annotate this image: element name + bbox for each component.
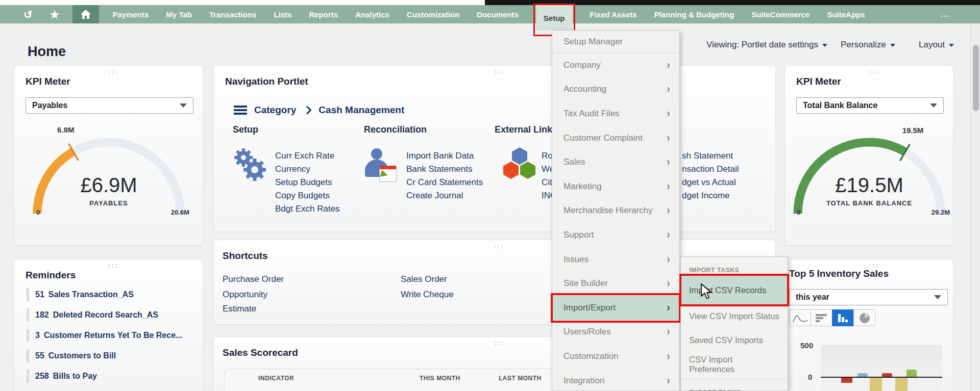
kpi-selector[interactable]: Payables bbox=[26, 97, 193, 114]
nav-tab-setup[interactable]: Setup bbox=[536, 5, 573, 31]
pie-chart-button[interactable] bbox=[853, 309, 875, 326]
reminder-marker bbox=[27, 349, 29, 362]
menu-item-support[interactable]: Support bbox=[552, 223, 679, 247]
nav-tab-customization[interactable]: Customization bbox=[407, 10, 459, 19]
submenu-item-import-csv-records-highlighted[interactable]: Import CSV Records bbox=[681, 276, 788, 304]
nav-link-partially-hidden[interactable]: sh Statement bbox=[682, 151, 733, 161]
reminder-item[interactable]: 182Deleted Record Search_AS bbox=[27, 308, 158, 322]
drag-handle-icon[interactable] bbox=[495, 245, 496, 246]
vertical-bar-chart-button-selected[interactable] bbox=[832, 309, 854, 326]
nav-tab-documents[interactable]: Documents bbox=[477, 10, 519, 19]
bar-segment bbox=[857, 373, 868, 377]
horizontal-bar-chart-button[interactable] bbox=[811, 309, 832, 326]
shortcut-link[interactable]: Sales Order bbox=[401, 274, 447, 284]
portlet-title: Reminders bbox=[26, 270, 76, 281]
nav-overflow-ellipsis[interactable]: ... bbox=[941, 10, 950, 19]
nav-tab-suiteapps[interactable]: SuiteApps bbox=[827, 10, 865, 19]
nav-tab-analytics[interactable]: Analytics bbox=[355, 10, 389, 19]
chevron-down-icon bbox=[890, 44, 895, 47]
menu-item-issues[interactable]: Issues bbox=[552, 247, 679, 272]
nav-tab-planning-budgeting[interactable]: Planning & Budgeting bbox=[654, 10, 734, 19]
reminder-label: Customers to Bill bbox=[48, 351, 116, 360]
recent-records-icon[interactable]: ↺ bbox=[23, 9, 33, 20]
menu-item-accounting[interactable]: Accounting bbox=[552, 77, 679, 102]
breadcrumb-root[interactable]: Category bbox=[254, 105, 296, 116]
menu-item-company[interactable]: Company bbox=[552, 53, 679, 77]
nav-link[interactable]: Bdgt Exch Rates bbox=[275, 204, 340, 214]
nav-tab-lists[interactable]: Lists bbox=[274, 10, 291, 19]
menu-item-customization[interactable]: Customization bbox=[552, 344, 679, 369]
menu-item-site-builder[interactable]: Site Builder bbox=[552, 271, 679, 296]
vertical-scrollbar-thumb[interactable] bbox=[973, 45, 979, 111]
reminder-item[interactable]: 258Bills to Pay bbox=[27, 370, 97, 383]
nav-link[interactable]: Curr Exch Rate bbox=[275, 151, 334, 161]
nav-tab-transactions[interactable]: Transactions bbox=[209, 10, 257, 19]
nav-link[interactable]: Import Bank Data bbox=[406, 151, 474, 161]
layout-dropdown[interactable]: Layout bbox=[919, 40, 954, 50]
menu-item-marketing[interactable]: Marketing bbox=[552, 174, 679, 199]
chevron-down-icon bbox=[930, 103, 937, 108]
reminder-item[interactable]: 51Sales Transaction_AS bbox=[27, 288, 134, 301]
drag-handle-icon[interactable] bbox=[869, 264, 870, 265]
nav-tab-suitecommerce[interactable]: SuiteCommerce bbox=[751, 10, 810, 19]
shortcut-link[interactable]: Opportunity bbox=[223, 290, 267, 300]
gauge-center-label: PAYABLES bbox=[32, 199, 185, 207]
shortcut-link[interactable]: Write Cheque bbox=[401, 290, 454, 300]
nav-link[interactable]: Setup Budgets bbox=[275, 177, 332, 188]
menu-item-customer-complaint[interactable]: Customer Complaint bbox=[552, 126, 679, 150]
nav-link[interactable]: Copy Budgets bbox=[275, 191, 330, 201]
submenu-item-csv-import-preferences[interactable]: CSV Import Preferences bbox=[681, 352, 788, 376]
top5-inventory-sales-portlet: Top 5 Inventory Sales this year 500 0 bbox=[785, 259, 953, 391]
submenu-item-view-csv-import-status[interactable]: View CSV Import Status bbox=[681, 304, 788, 328]
drag-handle-icon[interactable] bbox=[495, 70, 496, 71]
nav-link-partially-hidden[interactable]: nsaction Detail bbox=[682, 164, 739, 174]
shortcuts-star-icon[interactable]: ★ bbox=[50, 9, 60, 20]
nav-link[interactable]: Currency bbox=[275, 164, 310, 174]
drag-handle-icon[interactable] bbox=[495, 342, 496, 343]
chevron-down-icon bbox=[949, 44, 954, 47]
hamburger-menu-icon[interactable] bbox=[234, 106, 247, 115]
home-tab[interactable] bbox=[72, 5, 99, 23]
shortcut-link[interactable]: Estimate bbox=[223, 304, 256, 314]
viewing-dropdown[interactable]: Viewing: Portlet date settings bbox=[706, 40, 827, 50]
menu-item-label: Accounting bbox=[564, 84, 606, 94]
menu-item-setup-manager[interactable]: Setup Manager bbox=[552, 31, 679, 53]
nav-tab-fixed-assets[interactable]: Fixed Assets bbox=[590, 10, 637, 19]
nav-tab-my-tab[interactable]: My Tab bbox=[166, 10, 192, 19]
nav-link[interactable]: Create Journal bbox=[406, 191, 463, 201]
kpi-selector-value: Payables bbox=[32, 101, 67, 110]
hexagon-cluster-icon bbox=[503, 147, 536, 181]
reminder-marker bbox=[27, 288, 29, 301]
shortcut-link[interactable]: Purchase Order bbox=[223, 274, 284, 284]
y-axis-tick-label: 500 bbox=[800, 341, 813, 350]
menu-item-import-export-highlighted[interactable]: Import/Export bbox=[552, 296, 679, 320]
menu-item-tax-audit-files[interactable]: Tax Audit Files bbox=[552, 101, 679, 126]
drag-handle-icon[interactable] bbox=[109, 70, 110, 71]
submenu-item-saved-csv-imports[interactable]: Saved CSV Imports bbox=[681, 328, 788, 352]
kpi-selector[interactable]: Total Bank Balance bbox=[796, 97, 944, 114]
menu-item-merchandise-hierarchy[interactable]: Merchandise Hierarchy bbox=[552, 199, 679, 223]
menu-item-sales[interactable]: Sales bbox=[552, 150, 679, 174]
reminder-item[interactable]: 55Customers to Bill bbox=[27, 349, 116, 362]
menu-item-integration[interactable]: Integration bbox=[552, 369, 679, 391]
drag-handle-icon[interactable] bbox=[869, 70, 870, 71]
line-chart-button[interactable] bbox=[789, 309, 811, 326]
nav-link[interactable]: Bank Statements bbox=[406, 164, 472, 174]
reminder-item[interactable]: 3Customer Returns Yet To Be Rece... bbox=[27, 329, 182, 342]
nav-link[interactable]: Cr Card Statements bbox=[406, 177, 483, 188]
date-range-selector[interactable]: this year bbox=[789, 289, 948, 305]
section-header-setup: Setup bbox=[233, 124, 258, 135]
line-chart-icon bbox=[793, 313, 808, 323]
drag-handle-icon[interactable] bbox=[109, 264, 110, 265]
reminder-label: Bills to Pay bbox=[53, 372, 97, 381]
import-export-submenu: IMPORT TASKS Import CSV Records View CSV… bbox=[680, 256, 788, 391]
vertical-scrollbar-track[interactable] bbox=[970, 23, 980, 391]
nav-link-partially-hidden[interactable]: dget Income bbox=[682, 191, 730, 201]
breadcrumb-current: Cash Management bbox=[318, 105, 404, 116]
nav-tab-reports[interactable]: Reports bbox=[309, 10, 338, 19]
menu-item-users-roles[interactable]: Users/Roles bbox=[552, 320, 679, 345]
portlet-title: Top 5 Inventory Sales bbox=[789, 268, 889, 279]
nav-tab-payments[interactable]: Payments bbox=[112, 10, 149, 19]
personalize-dropdown[interactable]: Personalize bbox=[841, 40, 895, 50]
nav-link-partially-hidden[interactable]: dget vs Actual bbox=[682, 177, 736, 188]
